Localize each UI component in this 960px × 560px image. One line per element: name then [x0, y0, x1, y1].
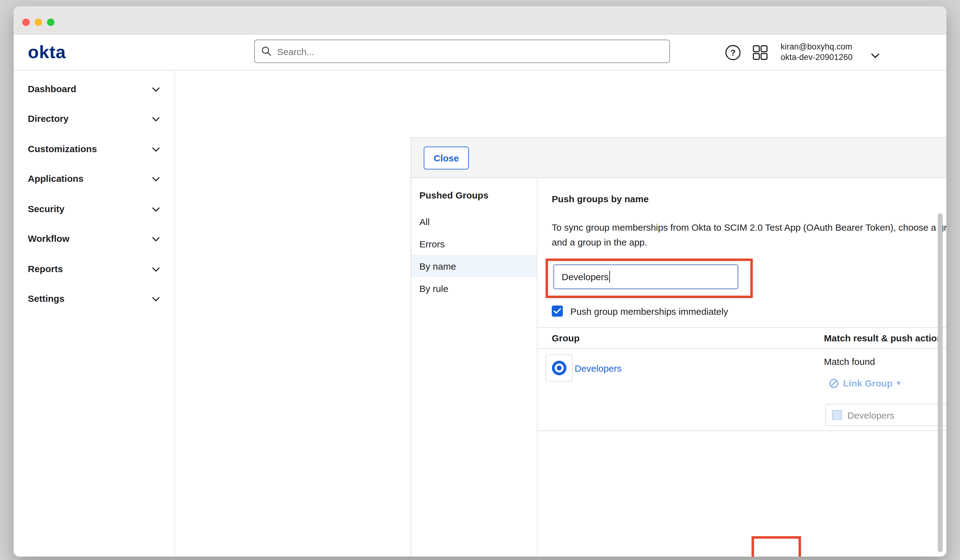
group-developers-link[interactable]: Developers [574, 363, 622, 374]
search-icon [261, 46, 272, 57]
account-menu[interactable]: kiran@boxyhq.com okta-dev-20901260 [781, 42, 853, 62]
sidebar-item-reports[interactable]: Reports [14, 254, 174, 283]
nav-item-all[interactable]: All [411, 210, 537, 232]
browser-window: okta ? kiran@boxyhq.com okta-dev-2090126… [14, 6, 946, 557]
nav-item-errors[interactable]: Errors [411, 232, 537, 255]
sidebar-item-dashboard[interactable]: Dashboard [14, 74, 174, 104]
zoom-window-button[interactable] [47, 19, 54, 26]
push-immediately-checkbox[interactable] [552, 306, 563, 317]
chevron-down-icon [152, 293, 160, 304]
search-input[interactable] [277, 46, 663, 57]
sidebar: Dashboard Directory Customizations Appli… [14, 70, 175, 557]
dialog-toolbar: Close [411, 138, 946, 178]
global-search[interactable] [254, 40, 670, 63]
app-header: okta ? kiran@boxyhq.com okta-dev-2090126… [14, 35, 946, 70]
chevron-down-icon [152, 264, 160, 274]
push-immediately-label: Push group memberships immediately [570, 306, 728, 316]
titlebar [14, 6, 946, 35]
group-icon [550, 359, 568, 377]
column-group: Group [552, 333, 579, 343]
group-avatar [546, 354, 573, 382]
pushed-groups-title: Pushed Groups [419, 190, 488, 200]
push-groups-dialog: Close Pushed Groups All Errors By name B… [411, 137, 946, 557]
sidebar-item-security[interactable]: Security [14, 194, 174, 224]
account-chevron-down-icon[interactable] [871, 50, 880, 61]
account-org: okta-dev-20901260 [781, 52, 853, 62]
push-by-name-panel: Push groups by name To sync group member… [538, 178, 946, 557]
match-table-header: Group Match result & push action [538, 327, 946, 349]
target-group-dropdown[interactable]: Developers ▾ [825, 404, 946, 426]
sidebar-item-settings[interactable]: Settings [14, 283, 174, 314]
panel-title: Push groups by name [552, 194, 648, 204]
check-icon [554, 308, 561, 314]
link-group-caret-icon: ▾ [897, 379, 900, 387]
panel-description: To sync group memberships from Okta to S… [552, 220, 946, 250]
chevron-down-icon [152, 83, 160, 94]
chevron-down-icon [152, 173, 160, 184]
target-group-value: Developers [847, 410, 946, 420]
nav-item-by-rule[interactable]: By rule [411, 277, 537, 299]
account-email: kiran@boxyhq.com [781, 42, 853, 52]
sidebar-item-applications[interactable]: Applications [14, 163, 174, 194]
link-group-icon [829, 378, 839, 388]
link-group-button[interactable]: Link Group ▾ [829, 378, 900, 389]
chevron-down-icon [152, 234, 160, 244]
match-status-text: Match found [824, 356, 875, 367]
sidebar-item-customizations[interactable]: Customizations [14, 134, 174, 163]
pushed-groups-nav: Pushed Groups All Errors By name By rule [411, 178, 538, 557]
svg-text:?: ? [730, 48, 736, 58]
nav-item-by-name[interactable]: By name [411, 255, 537, 277]
screenshot-stage: okta ? kiran@boxyhq.com okta-dev-2090126… [0, 0, 960, 560]
main-content: Close Pushed Groups All Errors By name B… [175, 70, 946, 557]
chevron-down-icon [152, 203, 160, 214]
okta-logo[interactable]: okta [28, 42, 66, 62]
target-group-avatar [832, 410, 842, 420]
sidebar-item-directory[interactable]: Directory [14, 104, 174, 134]
close-button[interactable]: Close [424, 147, 469, 170]
minimize-window-button[interactable] [35, 19, 42, 26]
group-name-input[interactable]: Developers [553, 264, 739, 290]
match-table-row: Developers Match found Link Group ▾ Deve… [538, 349, 946, 431]
text-cursor [609, 271, 610, 283]
sidebar-item-workflow[interactable]: Workflow [14, 224, 174, 254]
column-match-result: Match result & push action [824, 333, 942, 343]
chevron-down-icon [152, 114, 160, 124]
apps-grid-icon[interactable] [752, 45, 768, 61]
help-icon[interactable]: ? [725, 45, 741, 61]
close-window-button[interactable] [22, 19, 30, 26]
push-immediately-row: Push group memberships immediately [552, 306, 728, 317]
vertical-scrollbar[interactable] [938, 213, 943, 552]
group-name-value: Developers [562, 272, 609, 282]
chevron-down-icon [152, 144, 160, 154]
